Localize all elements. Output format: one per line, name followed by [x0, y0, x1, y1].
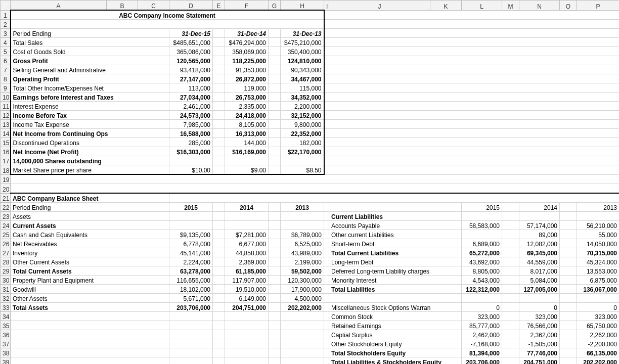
cell[interactable] — [462, 230, 502, 239]
row-header[interactable]: 24 — [1, 221, 11, 230]
cell[interactable]: $9,135,000 — [169, 230, 213, 239]
row-header[interactable]: 20 — [1, 184, 11, 194]
cell[interactable] — [269, 129, 281, 138]
cell[interactable]: 2,200,000 — [281, 102, 324, 111]
cell[interactable] — [324, 266, 329, 276]
cell[interactable]: Deferred Long-term Liability charges — [329, 266, 462, 276]
cell[interactable] — [324, 312, 329, 321]
cell[interactable]: 59,502,000 — [281, 266, 324, 276]
cell[interactable] — [269, 357, 281, 365]
row-header[interactable]: 25 — [1, 230, 11, 239]
cell[interactable]: 124,810,000 — [281, 56, 324, 65]
cell[interactable] — [213, 129, 225, 138]
col-header[interactable]: L — [462, 1, 502, 11]
cell[interactable] — [269, 47, 281, 56]
row-header[interactable]: 39 — [1, 357, 11, 365]
cell[interactable] — [169, 312, 213, 321]
cell[interactable] — [324, 285, 329, 294]
cell[interactable]: Operating Profit — [11, 74, 169, 83]
cell[interactable]: 89,000 — [519, 230, 560, 239]
cell[interactable]: 93,418,000 — [169, 65, 213, 74]
col-header[interactable]: A — [11, 1, 107, 11]
row-header[interactable]: 4 — [1, 38, 11, 47]
cell[interactable]: 203,706,000 — [462, 357, 502, 365]
cell[interactable]: Total Other Income/Expenses Net — [11, 83, 169, 93]
cell[interactable]: 203,706,000 — [169, 303, 213, 312]
cell[interactable]: 43,692,000 — [462, 257, 502, 266]
cell[interactable]: 27,034,000 — [169, 93, 213, 102]
cell[interactable] — [225, 339, 269, 348]
cell[interactable]: 6,689,000 — [462, 239, 502, 248]
cell[interactable] — [11, 348, 169, 357]
cell[interactable] — [225, 348, 269, 357]
cell[interactable]: 5,671,000 — [169, 294, 213, 303]
cell[interactable]: Earnings before Interest and Taxes — [11, 93, 169, 102]
cell[interactable] — [329, 294, 462, 303]
row-header[interactable]: 27 — [1, 248, 11, 257]
cell[interactable] — [519, 212, 560, 221]
cell[interactable] — [269, 312, 281, 321]
cell[interactable] — [560, 294, 577, 303]
cell[interactable] — [560, 221, 577, 230]
cell[interactable] — [324, 56, 620, 65]
cell[interactable] — [213, 303, 225, 312]
cell[interactable] — [502, 348, 519, 357]
cell[interactable] — [324, 303, 329, 312]
cell[interactable] — [213, 257, 225, 266]
cell[interactable] — [269, 348, 281, 357]
cell[interactable]: 202,202,000 — [577, 357, 620, 365]
cell[interactable] — [324, 239, 329, 248]
cell[interactable]: Net Income (Net Profit) — [11, 147, 169, 156]
cell[interactable] — [281, 321, 324, 330]
cell[interactable]: Accounts Payable — [329, 221, 462, 230]
cell[interactable]: ABC Company Income Statement — [11, 10, 324, 20]
cell[interactable]: Monority Interest — [329, 276, 462, 285]
cell[interactable]: 136,067,000 — [577, 285, 620, 294]
cell[interactable] — [213, 312, 225, 321]
cell[interactable] — [213, 74, 225, 83]
cell[interactable]: $476,294,000 — [225, 38, 269, 47]
cell[interactable]: 24,418,000 — [225, 111, 269, 120]
col-header[interactable]: N — [519, 1, 560, 11]
cell[interactable]: 34,467,000 — [281, 74, 324, 83]
cell[interactable] — [11, 174, 620, 184]
cell[interactable]: Gross Profit — [11, 56, 169, 65]
row-header[interactable]: 30 — [1, 276, 11, 285]
cell[interactable]: 323,000 — [577, 312, 620, 321]
cell[interactable] — [560, 330, 577, 339]
cell[interactable] — [324, 38, 620, 47]
row-header[interactable]: 36 — [1, 330, 11, 339]
cell[interactable] — [560, 339, 577, 348]
cell[interactable]: $7,281,000 — [225, 230, 269, 239]
cell[interactable] — [269, 156, 281, 165]
cell[interactable]: Property Plant and Equipment — [11, 276, 169, 285]
row-header[interactable]: 18 — [1, 165, 11, 175]
cell[interactable] — [324, 156, 620, 165]
col-header[interactable]: D — [169, 1, 213, 11]
cell[interactable] — [324, 248, 329, 257]
cell[interactable] — [269, 29, 281, 38]
cell[interactable]: 6,525,000 — [281, 239, 324, 248]
cell[interactable] — [213, 276, 225, 285]
cell[interactable]: 14,000,000 Shares outstanding — [11, 156, 169, 165]
cell[interactable]: 26,753,000 — [225, 93, 269, 102]
cell[interactable] — [225, 321, 269, 330]
row-header[interactable]: 35 — [1, 321, 11, 330]
row-header[interactable]: 33 — [1, 303, 11, 312]
cell[interactable]: $16,169,000 — [225, 147, 269, 156]
col-header[interactable] — [1, 1, 11, 11]
cell[interactable]: 12,082,000 — [519, 239, 560, 248]
cell[interactable]: 2013 — [281, 203, 324, 212]
cell[interactable] — [269, 294, 281, 303]
cell[interactable]: Miscellaneous Stock Options Warran — [329, 303, 462, 312]
cell[interactable]: Market Share price per share — [11, 165, 169, 175]
cell[interactable] — [329, 203, 462, 212]
cell[interactable] — [577, 294, 620, 303]
cell[interactable] — [169, 156, 213, 165]
col-header[interactable]: K — [430, 1, 462, 11]
cell[interactable]: 26,872,000 — [225, 74, 269, 83]
cell[interactable]: 77,746,000 — [519, 348, 560, 357]
cell[interactable] — [560, 230, 577, 239]
cell[interactable] — [324, 129, 620, 138]
cell[interactable] — [281, 339, 324, 348]
